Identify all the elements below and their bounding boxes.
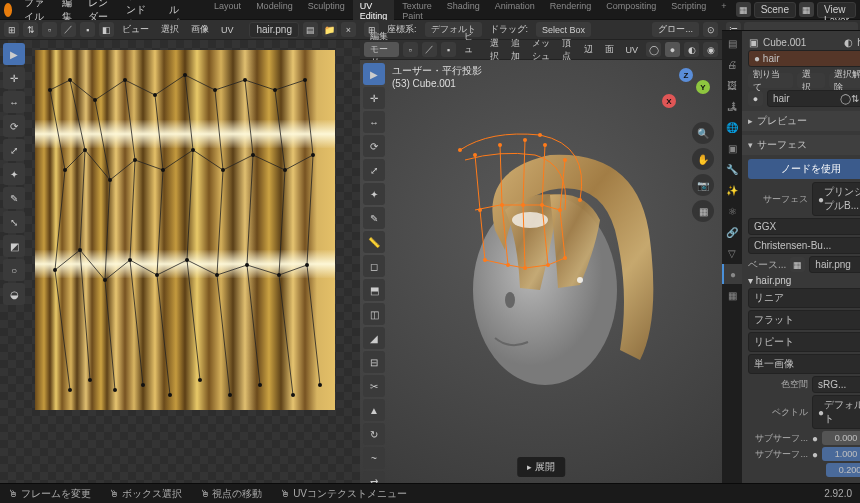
uv-image[interactable]: 画像 <box>187 21 213 38</box>
surf-type[interactable]: ●プリンシプルB... <box>812 182 860 216</box>
editor-type-icon[interactable]: ⊞ <box>4 22 19 37</box>
image-unlink-icon[interactable]: × <box>341 22 356 37</box>
tool-rotate-3d-icon[interactable]: ⟳ <box>363 135 385 157</box>
tool-rip-icon[interactable]: ◩ <box>3 235 25 257</box>
ss1-dot[interactable]: ● <box>812 433 818 444</box>
vp-edge[interactable]: 辺 <box>580 41 597 58</box>
tool-measure-icon[interactable]: ⤡ <box>3 211 25 233</box>
select-btn[interactable]: 選択 <box>797 73 825 88</box>
outliner-type-icon[interactable]: ≔ <box>726 22 741 32</box>
ss1-val[interactable]: 0.000 <box>822 431 860 445</box>
tool-rotate-icon[interactable]: ⟳ <box>3 115 25 137</box>
scene-name[interactable]: Scene <box>754 2 796 18</box>
scene-browse-icon[interactable]: ▦ <box>736 2 751 17</box>
vp-uv[interactable]: UV <box>622 43 643 57</box>
vp-global[interactable]: グロー... <box>652 22 699 37</box>
ptab-constraint-icon[interactable]: 🔗 <box>722 222 742 242</box>
mat-browse-icon[interactable]: ● <box>748 91 763 106</box>
sel-vert-icon[interactable]: ▫ <box>403 42 418 57</box>
ext-field[interactable]: リピート▾ <box>748 332 860 352</box>
ptab-material-icon[interactable]: ● <box>722 264 742 284</box>
island-mode-icon[interactable]: ◧ <box>99 22 114 37</box>
interp-field[interactable]: リニア▾ <box>748 288 860 308</box>
ptab-render-icon[interactable]: ▤ <box>722 33 742 53</box>
ptab-output-icon[interactable]: 🖨 <box>722 54 742 74</box>
viewlayer-name[interactable]: View Layer <box>817 2 856 18</box>
proj-field[interactable]: フラット▾ <box>748 310 860 330</box>
vp-snap-icon[interactable]: ⊙ <box>703 22 718 37</box>
sel-face-icon[interactable]: ▪ <box>441 42 456 57</box>
tool-transform-3d-icon[interactable]: ✦ <box>363 183 385 205</box>
mat-name-field[interactable]: hair◯⇅ × <box>767 90 860 107</box>
deselect-btn[interactable]: 選択解除 <box>829 73 860 88</box>
uv-image-name[interactable]: hair.png <box>249 22 299 38</box>
ptab-world-icon[interactable]: 🌐 <box>722 117 742 137</box>
preview-panel[interactable]: ▸ プレビュー <box>742 111 860 131</box>
nav-gizmo[interactable]: Z Y X <box>662 68 710 116</box>
face-mode-icon[interactable]: ▪ <box>80 22 95 37</box>
shading-render-icon[interactable]: ◉ <box>703 42 718 57</box>
tool-cursor-icon[interactable]: ✛ <box>3 67 25 89</box>
zoom-icon[interactable]: 🔍 <box>692 122 714 144</box>
tool-polybuild-icon[interactable]: ▲ <box>363 399 385 421</box>
source-field[interactable]: 単一画像▾ <box>748 354 860 374</box>
tool-select-icon[interactable]: ▶ <box>3 43 25 65</box>
camera-icon[interactable]: 📷 <box>692 174 714 196</box>
tool-pinch-icon[interactable]: ◒ <box>3 283 25 305</box>
tool-addcube-icon[interactable]: ◻ <box>363 255 385 277</box>
tool-cursor-3d-icon[interactable]: ✛ <box>363 87 385 109</box>
tex-name-field[interactable]: hair.png <box>809 256 860 273</box>
cs-field[interactable]: sRG...▾ <box>812 376 860 393</box>
uv-sync-icon[interactable]: ⇅ <box>23 22 38 37</box>
ptab-modifier-icon[interactable]: 🔧 <box>722 159 742 179</box>
vert-mode-icon[interactable]: ▫ <box>42 22 57 37</box>
vp-canvas[interactable]: ▶ ✛ ↔ ⟳ ⤢ ✦ ✎ 📏 ◻ ⬒ ◫ ◢ ⊟ ✂ ▲ ↻ ~ ⇄ ⇲ ▱ <box>360 60 722 483</box>
tool-knife-icon[interactable]: ✂ <box>363 375 385 397</box>
ptab-mesh-icon[interactable]: ▽ <box>722 243 742 263</box>
tool-bevel-icon[interactable]: ◢ <box>363 327 385 349</box>
tool-scale-icon[interactable]: ⤢ <box>3 139 25 161</box>
pan-icon[interactable]: ✋ <box>692 148 714 170</box>
sel-edge-icon[interactable]: ／ <box>422 42 437 57</box>
image-new-icon[interactable]: ▤ <box>303 22 318 37</box>
ptab-object-icon[interactable]: ▣ <box>722 138 742 158</box>
tool-move-3d-icon[interactable]: ↔ <box>363 111 385 133</box>
assign-btn[interactable]: 割り当て <box>748 73 793 88</box>
dist-field[interactable]: GGX▾ <box>748 218 860 235</box>
uv-view[interactable]: ビュー <box>118 21 153 38</box>
use-nodes-button[interactable]: ノードを使用 <box>748 159 860 179</box>
viewlayer-browse-icon[interactable]: ▦ <box>799 2 814 17</box>
edge-mode-icon[interactable]: ／ <box>61 22 76 37</box>
tool-loopcut-icon[interactable]: ⊟ <box>363 351 385 373</box>
shading-solid-icon[interactable]: ● <box>665 42 680 57</box>
tool-edgeslide-icon[interactable]: ⇄ <box>363 471 385 483</box>
ss2-dot[interactable]: ● <box>812 449 818 460</box>
image-open-icon[interactable]: 📁 <box>322 22 337 37</box>
shading-matprev-icon[interactable]: ◐ <box>684 42 699 57</box>
ss2-val2[interactable]: 0.200 <box>826 463 860 477</box>
tool-transform-icon[interactable]: ✦ <box>3 163 25 185</box>
tool-move-icon[interactable]: ↔ <box>3 91 25 113</box>
prop-objname[interactable]: Cube.001 <box>763 37 806 48</box>
ptab-texture-icon[interactable]: ▦ <box>722 285 742 305</box>
tool-annotate-icon[interactable]: ✎ <box>3 187 25 209</box>
surface-panel[interactable]: ▾ サーフェス <box>742 135 860 155</box>
ptab-view-icon[interactable]: 🖼 <box>722 75 742 95</box>
uv-uv[interactable]: UV <box>217 23 238 37</box>
tool-measure-3d-icon[interactable]: 📏 <box>363 231 385 253</box>
shading-wire-icon[interactable]: ◯ <box>646 42 661 57</box>
last-op-panel[interactable]: ▸ 展開 <box>517 457 565 477</box>
uv-select[interactable]: 選択 <box>157 21 183 38</box>
vp-mode[interactable]: 編集モード <box>364 42 399 57</box>
ss2-val[interactable]: 1.000 <box>822 447 860 461</box>
persp-icon[interactable]: ▦ <box>692 200 714 222</box>
ptab-particle-icon[interactable]: ✨ <box>722 180 742 200</box>
outliner-search[interactable] <box>744 22 858 32</box>
vp-face[interactable]: 面 <box>601 41 618 58</box>
tool-extrude-icon[interactable]: ⬒ <box>363 279 385 301</box>
tool-smooth-icon[interactable]: ~ <box>363 447 385 469</box>
tool-select-3d-icon[interactable]: ▶ <box>363 63 385 85</box>
vec-field[interactable]: ●デフォルト <box>812 395 860 429</box>
tex-browse-icon[interactable]: ▦ <box>790 257 805 272</box>
tool-scale-3d-icon[interactable]: ⤢ <box>363 159 385 181</box>
